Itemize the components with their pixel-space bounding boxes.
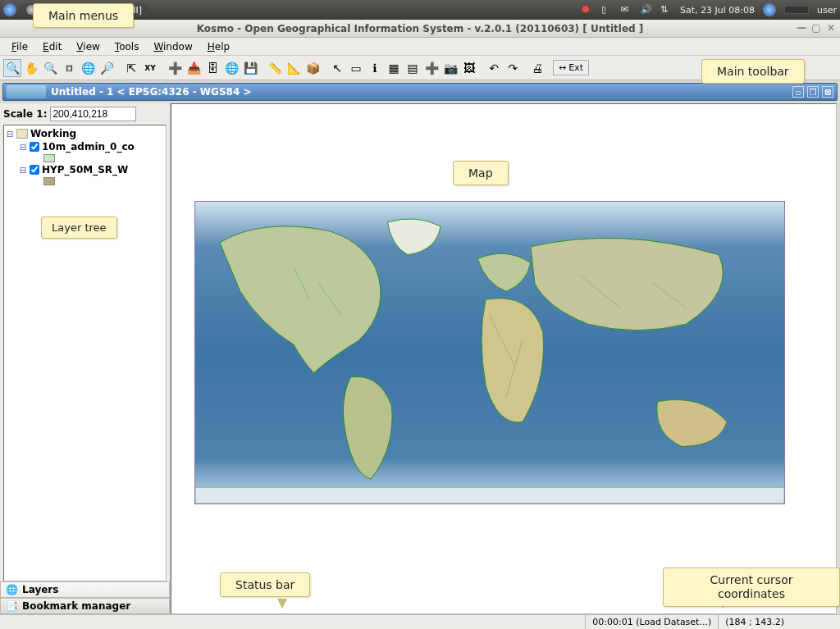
ext-label: Ext xyxy=(568,62,583,73)
user-label[interactable]: user xyxy=(817,5,837,16)
scale-label: Scale 1: xyxy=(3,108,47,120)
layer-swatch-icon xyxy=(43,177,55,185)
callout-tree: Layer tree xyxy=(41,217,117,239)
tree-layer-1-swatch xyxy=(6,153,164,163)
tab-label: Layers xyxy=(22,584,58,595)
tree-toggle-icon[interactable]: ⊟ xyxy=(19,143,27,152)
tree-toggle-icon[interactable]: ⊟ xyxy=(19,166,27,175)
tree-layer-2[interactable]: ⊟ HYP_50M_SR_W xyxy=(6,163,164,176)
callout-toolbar: Main toolbar xyxy=(701,59,805,84)
layer-swatch-icon xyxy=(43,154,55,162)
extensions-button[interactable]: ↔ Ext xyxy=(553,60,589,75)
zoom-in-tool[interactable]: 🔍 xyxy=(3,59,21,77)
menu-window[interactable]: Window xyxy=(147,39,199,54)
volume-icon[interactable]: 🔊 xyxy=(641,4,652,16)
arrow-icon xyxy=(277,599,287,608)
menu-help[interactable]: Help xyxy=(201,39,236,54)
pointer-tool[interactable]: ↖ xyxy=(328,59,346,77)
tab-label: Bookmark manager xyxy=(22,600,130,612)
tree-root[interactable]: ⊟ Working xyxy=(6,127,164,140)
tree-root-label: Working xyxy=(30,128,76,139)
callout-coords: Current cursor coordinates xyxy=(663,567,840,607)
zoom-out-tool[interactable]: 🔍 xyxy=(41,59,59,77)
layer-name: HYP_50M_SR_W xyxy=(42,164,128,175)
sidebar: Scale 1: ⊟ Working ⊟ 10m_admin_0_co ⊟ HY… xyxy=(0,103,171,614)
document-titlebar: Untitled - 1 < EPSG:4326 - WGS84 > ▫ ❐ ⊠ xyxy=(2,83,838,101)
menu-edit[interactable]: Edit xyxy=(36,39,68,54)
svg-rect-0 xyxy=(195,487,784,504)
image-tool[interactable]: 🖼 xyxy=(460,59,478,77)
save-tool[interactable]: 💾 xyxy=(241,59,259,77)
alert-icon[interactable]: ⬣ xyxy=(582,4,593,16)
tab-bookmark[interactable]: 📑 Bookmark manager xyxy=(0,598,170,614)
add-layer-tool[interactable]: 📥 xyxy=(185,59,203,77)
maximize-button[interactable]: ▢ xyxy=(810,22,822,34)
layer-checkbox[interactable] xyxy=(30,165,39,175)
select-tool[interactable]: ▭ xyxy=(347,59,365,77)
grid-tool[interactable]: ▦ xyxy=(385,59,403,77)
undo-tool[interactable]: ↶ xyxy=(485,59,503,77)
tray-globe-icon[interactable] xyxy=(763,3,776,16)
xy-tool[interactable]: XY xyxy=(141,59,159,77)
menu-view[interactable]: View xyxy=(70,39,106,54)
doc-globe-icon xyxy=(7,85,46,98)
print-tool[interactable]: 🖨 xyxy=(528,59,546,77)
add-record-tool[interactable]: ➕ xyxy=(422,59,441,77)
clock[interactable]: Sat, 23 Jul 08:08 xyxy=(680,5,755,16)
layer-checkbox[interactable] xyxy=(30,142,39,152)
measure-dist-tool[interactable]: 📏 xyxy=(266,59,284,77)
doc-restore-button[interactable]: ❐ xyxy=(807,86,819,98)
doc-min-button[interactable]: ▫ xyxy=(792,86,804,98)
mail-icon[interactable]: ✉ xyxy=(621,4,632,16)
pan-tool[interactable]: ✋ xyxy=(22,59,40,77)
layer-name: 10m_admin_0_co xyxy=(42,141,135,153)
redo-tool[interactable]: ↷ xyxy=(504,59,522,77)
database-tool[interactable]: 🗄 xyxy=(203,59,221,77)
battery-icon[interactable]: ▯ xyxy=(601,4,613,16)
workspace-switcher[interactable] xyxy=(784,6,809,14)
callout-menus: Main menus xyxy=(33,3,134,28)
menu-file[interactable]: File xyxy=(5,39,34,54)
ext-icon: ↔ xyxy=(559,62,566,73)
minimize-button[interactable]: — xyxy=(796,22,807,34)
globe-icon: 🌐 xyxy=(6,584,18,595)
measure-area-tool[interactable]: 📐 xyxy=(285,59,303,77)
doc-close-button[interactable]: ⊠ xyxy=(822,86,833,98)
status-time: 00:00:01 (Load Dataset...) xyxy=(585,615,718,629)
wms-tool[interactable]: 🌐 xyxy=(222,59,240,77)
zoom-full-tool[interactable]: 🌐 xyxy=(79,59,97,77)
folder-icon xyxy=(16,129,28,139)
tree-layer-1[interactable]: ⊟ 10m_admin_0_co xyxy=(6,140,164,153)
tree-toggle-icon[interactable]: ⊟ xyxy=(6,130,14,139)
statusbar: 00:00:01 (Load Dataset...) (184 ; 143.2) xyxy=(0,614,840,629)
snapshot-tool[interactable]: 📷 xyxy=(441,59,459,77)
os-menu-icon[interactable] xyxy=(3,3,16,16)
close-button[interactable]: ✕ xyxy=(825,22,837,34)
info-tool[interactable]: ℹ xyxy=(366,59,384,77)
menubar: File Edit View Tools Window Help xyxy=(0,38,840,56)
collapse-tool[interactable]: ⇱ xyxy=(122,59,140,77)
callout-map: Map xyxy=(453,161,509,185)
status-coords: (184 ; 143.2) xyxy=(718,615,791,629)
tab-layers[interactable]: 🌐 Layers xyxy=(0,581,170,598)
world-map[interactable] xyxy=(194,201,785,504)
zoom-sel-tool[interactable]: 🔎 xyxy=(98,59,116,77)
table-tool[interactable]: ▤ xyxy=(404,59,422,77)
app-title: Kosmo - Open Geographical Information Sy… xyxy=(197,23,644,34)
add-feature-tool[interactable]: ➕ xyxy=(166,59,184,77)
tree-layer-2-swatch xyxy=(6,176,164,186)
callout-status: Status bar xyxy=(220,572,310,597)
doc-title-text: Untitled - 1 < EPSG:4326 - WGS84 > xyxy=(51,86,252,98)
network-icon[interactable]: ⇅ xyxy=(660,4,672,16)
scale-input[interactable] xyxy=(50,107,136,121)
layer-tree[interactable]: ⊟ Working ⊟ 10m_admin_0_co ⊟ HYP_50M_SR_… xyxy=(3,125,167,581)
box3d-tool[interactable]: 📦 xyxy=(304,59,322,77)
zoom-box-tool[interactable]: ⧈ xyxy=(60,59,78,77)
bookmark-icon: 📑 xyxy=(6,600,18,612)
menu-tools[interactable]: Tools xyxy=(108,39,146,54)
